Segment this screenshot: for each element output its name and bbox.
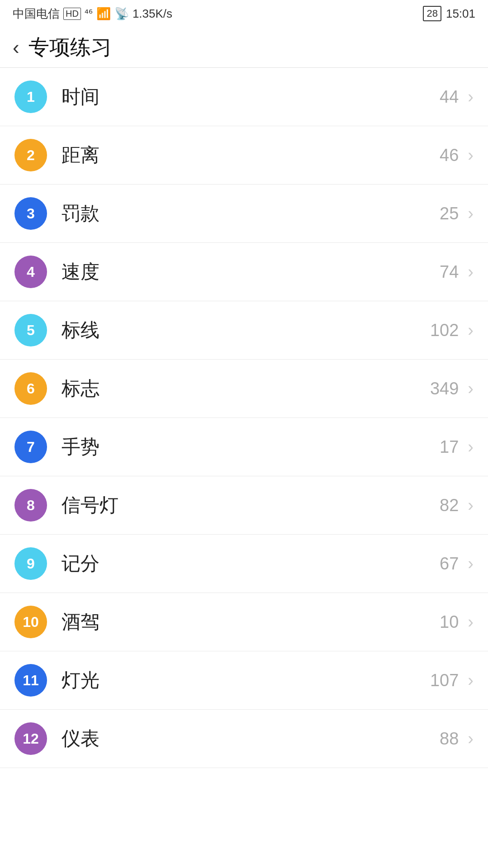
wifi-icon: 📡 bbox=[114, 7, 129, 21]
item-label: 仪表 bbox=[62, 726, 422, 751]
list-item[interactable]: 8 信号灯 82 › bbox=[0, 476, 488, 535]
item-badge: 5 bbox=[14, 314, 47, 346]
item-count: 44 bbox=[422, 87, 459, 107]
item-count: 10 bbox=[422, 612, 459, 632]
list-item[interactable]: 2 距离 46 › bbox=[0, 126, 488, 185]
chevron-right-icon: › bbox=[468, 612, 474, 632]
item-count: 25 bbox=[422, 204, 459, 223]
item-badge: 9 bbox=[14, 547, 47, 580]
item-label: 速度 bbox=[62, 259, 422, 285]
list-item[interactable]: 5 标线 102 › bbox=[0, 301, 488, 360]
item-badge: 10 bbox=[14, 606, 47, 638]
item-badge: 12 bbox=[14, 722, 47, 755]
network-speed: 1.35K/s bbox=[133, 7, 172, 21]
signal-bars: 📶 bbox=[96, 7, 111, 21]
item-badge: 1 bbox=[14, 81, 47, 113]
item-label: 记分 bbox=[62, 551, 422, 576]
chevron-right-icon: › bbox=[468, 146, 474, 165]
chevron-right-icon: › bbox=[468, 671, 474, 690]
page-title: 专项练习 bbox=[28, 33, 112, 62]
chevron-right-icon: › bbox=[468, 262, 474, 282]
battery-level: 28 bbox=[426, 8, 437, 19]
item-badge: 6 bbox=[14, 372, 47, 405]
list-item[interactable]: 3 罚款 25 › bbox=[0, 185, 488, 243]
item-badge: 2 bbox=[14, 139, 47, 171]
item-label: 标线 bbox=[62, 318, 422, 343]
clock: 15:01 bbox=[446, 7, 475, 21]
item-count: 67 bbox=[422, 554, 459, 574]
item-badge: 4 bbox=[14, 256, 47, 288]
item-badge: 11 bbox=[14, 664, 47, 697]
network-type: ⁴⁶ bbox=[85, 8, 93, 19]
back-button[interactable]: ‹ bbox=[13, 38, 19, 57]
carrier-text: 中国电信 bbox=[13, 6, 60, 22]
list-item[interactable]: 6 标志 349 › bbox=[0, 360, 488, 418]
item-count: 349 bbox=[422, 379, 459, 398]
item-badge: 7 bbox=[14, 431, 47, 463]
chevron-right-icon: › bbox=[468, 87, 474, 107]
status-bar: 中国电信 HD ⁴⁶ 📶 📡 1.35K/s 28 15:01 bbox=[0, 0, 488, 27]
item-label: 酒驾 bbox=[62, 609, 422, 635]
item-label: 标志 bbox=[62, 376, 422, 401]
item-label: 距离 bbox=[62, 142, 422, 168]
chevron-right-icon: › bbox=[468, 729, 474, 749]
item-count: 82 bbox=[422, 496, 459, 515]
chevron-right-icon: › bbox=[468, 204, 474, 223]
item-count: 88 bbox=[422, 729, 459, 749]
item-count: 17 bbox=[422, 437, 459, 457]
chevron-right-icon: › bbox=[468, 554, 474, 574]
chevron-right-icon: › bbox=[468, 496, 474, 515]
item-count: 74 bbox=[422, 262, 459, 282]
item-badge: 3 bbox=[14, 197, 47, 230]
item-label: 灯光 bbox=[62, 668, 422, 693]
chevron-right-icon: › bbox=[468, 437, 474, 457]
status-carrier: 中国电信 HD ⁴⁶ 📶 📡 1.35K/s bbox=[13, 6, 172, 22]
chevron-right-icon: › bbox=[468, 379, 474, 398]
category-list: 1 时间 44 › 2 距离 46 › 3 罚款 25 › 4 速度 74 › … bbox=[0, 68, 488, 768]
status-right: 28 15:01 bbox=[423, 6, 475, 21]
battery-indicator: 28 bbox=[423, 6, 441, 21]
list-item[interactable]: 10 酒驾 10 › bbox=[0, 593, 488, 651]
hd-badge: HD bbox=[63, 8, 81, 20]
chevron-right-icon: › bbox=[468, 321, 474, 340]
item-label: 时间 bbox=[62, 84, 422, 109]
item-label: 手势 bbox=[62, 434, 422, 460]
list-item[interactable]: 11 灯光 107 › bbox=[0, 651, 488, 710]
list-item[interactable]: 9 记分 67 › bbox=[0, 535, 488, 593]
item-count: 46 bbox=[422, 146, 459, 165]
item-badge: 8 bbox=[14, 489, 47, 522]
item-label: 罚款 bbox=[62, 201, 422, 226]
item-label: 信号灯 bbox=[62, 493, 422, 518]
page-header: ‹ 专项练习 bbox=[0, 27, 488, 68]
item-count: 107 bbox=[422, 671, 459, 690]
item-count: 102 bbox=[422, 321, 459, 340]
list-item[interactable]: 12 仪表 88 › bbox=[0, 710, 488, 768]
list-item[interactable]: 1 时间 44 › bbox=[0, 68, 488, 126]
list-item[interactable]: 7 手势 17 › bbox=[0, 418, 488, 476]
list-item[interactable]: 4 速度 74 › bbox=[0, 243, 488, 301]
